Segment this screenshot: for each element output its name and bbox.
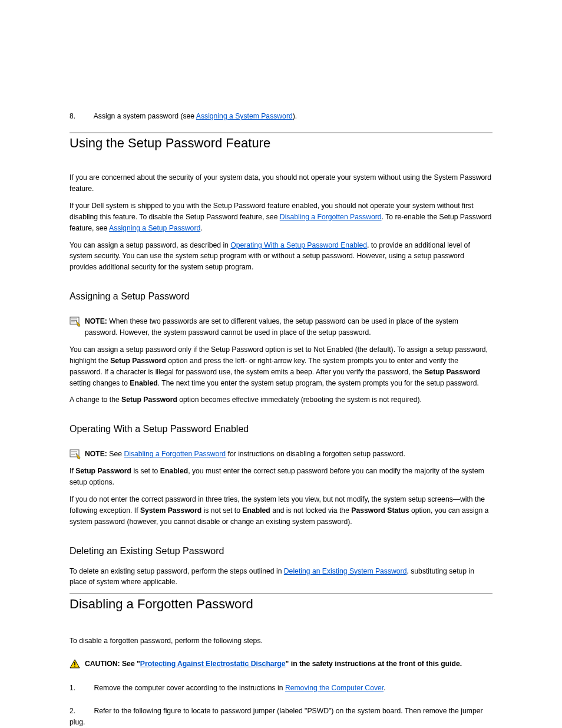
link-assign-system-password[interactable]: Assigning a System Password (196, 112, 293, 120)
heading-deleting-setup-password: Deleting an Existing Setup Password (70, 544, 492, 559)
link-disable-forgotten-2[interactable]: Disabling a Forgotten Password (124, 450, 226, 458)
link-operating-enabled[interactable]: Operating With a Setup Password Enabled (230, 241, 367, 249)
dis-step-1-b: . (384, 684, 385, 692)
dis-step-1: 1. Remove the computer cover according t… (70, 683, 492, 694)
op-p1-bold1: Setup Password (75, 467, 131, 475)
setup-para-2c: . (200, 224, 202, 232)
note-2-a: See (109, 450, 124, 458)
heading-assigning-setup-password: Assigning a Setup Password (70, 289, 492, 304)
caution-b: " in the safety instructions at the fron… (286, 660, 462, 668)
op-p2-bold1: System Password (140, 506, 201, 515)
setup-para-3: You can assign a setup password, as desc… (70, 240, 492, 274)
del-p-a: To delete an existing setup password, pe… (70, 567, 284, 575)
heading-setup-password-feature: Using the Setup Password Feature (70, 133, 492, 153)
caution-1: CAUTION: See "Protecting Against Electro… (70, 658, 492, 670)
heading-disabling-forgotten: Disabling a Forgotten Password (70, 594, 492, 614)
op-p1-b: is set to (131, 467, 160, 475)
assign-p1-bold3: Enabled (130, 379, 157, 387)
op-para-2: If you do not enter the correct password… (70, 494, 492, 528)
dis-step-2: 2. Refer to the following figure to loca… (70, 706, 492, 728)
op-p2-b: is not set to (201, 506, 242, 515)
op-para-1: If Setup Password is set to Enabled, you… (70, 466, 492, 488)
step-8: 8. Assign a system password (see Assigni… (70, 111, 492, 122)
assign-p1-bold2: Setup Password (424, 368, 480, 376)
note-2: NOTE: See Disabling a Forgotten Password… (70, 449, 492, 460)
note-1-label: NOTE: (85, 317, 109, 325)
setup-para-2: If your Dell system is shipped to you wi… (70, 200, 492, 234)
setup-para-1: If you are concerned about the security … (70, 172, 492, 195)
dis-para-1: To disable a forgotten password, perform… (70, 635, 492, 647)
link-disable-forgotten-1[interactable]: Disabling a Forgotten Password (280, 213, 382, 221)
caution-label: CAUTION: (85, 660, 122, 668)
op-p1-bold2: Enabled (160, 467, 188, 475)
note-icon (70, 449, 85, 460)
dis-step-1-a: Remove the computer cover according to t… (94, 684, 285, 692)
caution-icon (70, 659, 85, 668)
dis-step-2-num: 2. (70, 706, 92, 717)
assign-p2-b: option becomes effective immediately (re… (177, 396, 422, 404)
assign-p2-bold: Setup Password (121, 396, 177, 404)
note-1: NOTE: When these two passwords are set t… (70, 316, 492, 338)
assign-para-2: A change to the Setup Password option be… (70, 394, 492, 406)
dis-step-2-text: Refer to the following figure to locate … (70, 707, 483, 726)
link-assign-setup-1[interactable]: Assigning a Setup Password (109, 224, 200, 232)
step-8-text-a: Assign a system password (see (94, 112, 196, 120)
link-removing-cover[interactable]: Removing the Computer Cover (285, 684, 384, 692)
link-esd[interactable]: Protecting Against Electrostatic Dischar… (140, 660, 286, 668)
step-8-text-b: ). (293, 112, 297, 120)
note-2-label: NOTE: (85, 450, 109, 458)
heading-operating-enabled: Operating With a Setup Password Enabled (70, 422, 492, 437)
dis-step-1-num: 1. (70, 683, 92, 694)
svg-rect-9 (74, 662, 75, 665)
svg-rect-10 (74, 666, 75, 667)
del-para: To delete an existing setup password, pe… (70, 566, 492, 588)
step-8-number: 8. (70, 111, 92, 122)
assign-para-1: You can assign a setup password only if … (70, 344, 492, 389)
assign-p1-c: setting changes to (70, 379, 130, 387)
note-1-body: When these two passwords are set to diff… (85, 317, 458, 337)
note-2-b: for instructions on disabling a forgotte… (226, 450, 405, 458)
op-p2-bold3: Password Status (351, 506, 409, 515)
assign-p1-bold1: Setup Password (110, 357, 166, 365)
note-icon (70, 317, 85, 327)
link-deleting-system-password[interactable]: Deleting an Existing System Password (284, 567, 407, 575)
op-p2-bold2: Enabled (242, 506, 270, 515)
setup-para-3a: You can assign a setup password, as desc… (70, 241, 230, 249)
assign-p2-a: A change to the (70, 396, 121, 404)
caution-a: See " (122, 660, 140, 668)
assign-p1-d: . The next time you enter the system set… (158, 379, 479, 387)
op-p2-c: and is not locked via the (270, 506, 352, 515)
op-p1-a: If (70, 467, 75, 475)
